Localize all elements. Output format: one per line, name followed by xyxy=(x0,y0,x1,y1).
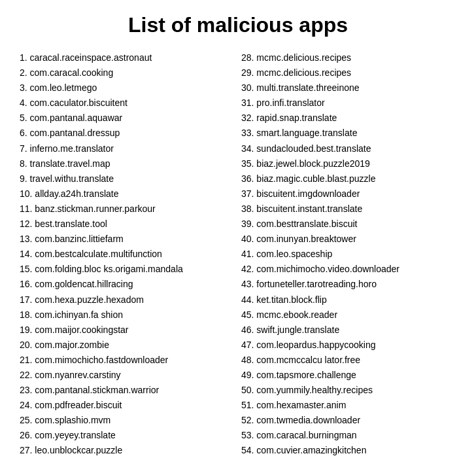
list-item: 5. com.pantanal.aquawar xyxy=(20,111,235,126)
list-item: 16. com.goldencat.hillracing xyxy=(20,277,235,292)
list-item: 28. mcmc.delicious.recipes xyxy=(241,50,456,65)
list-item: 44. ket.titan.block.flip xyxy=(241,292,456,308)
list-item: 19. com.maijor.cookingstar xyxy=(20,323,235,338)
list-item: 43. fortuneteller.tarotreading.horo xyxy=(241,277,456,292)
list-item: 53. com.caracal.burningman xyxy=(241,428,456,443)
list-item: 46. swift.jungle.translate xyxy=(241,323,456,338)
list-item: 50. com.yummily.healthy.recipes xyxy=(241,383,456,398)
list-item: 37. biscuitent.imgdownloader xyxy=(241,186,456,202)
list-item: 20. com.major.zombie xyxy=(20,338,235,353)
list-item: 25. com.splashio.mvm xyxy=(20,413,235,428)
app-list-container: 1. caracal.raceinspace.astronaut2. com.c… xyxy=(20,50,456,458)
list-item: 49. com.tapsmore.challenge xyxy=(241,368,456,383)
list-item: 40. com.inunyan.breaktower xyxy=(241,232,456,247)
left-column: 1. caracal.raceinspace.astronaut2. com.c… xyxy=(20,50,235,458)
list-item: 48. com.mcmccalcu lator.free xyxy=(241,353,456,368)
list-item: 17. com.hexa.puzzle.hexadom xyxy=(20,292,235,308)
list-item: 33. smart.language.translate xyxy=(241,126,456,141)
list-item: 15. com.folding.bloc ks.origami.mandala xyxy=(20,262,235,277)
list-item: 18. com.ichinyan.fa shion xyxy=(20,308,235,323)
list-item: 22. com.nyanrev.carstiny xyxy=(20,368,235,383)
list-item: 21. com.mimochicho.fastdownloader xyxy=(20,353,235,368)
list-item: 2. com.caracal.cooking xyxy=(20,65,235,80)
list-item: 9. travel.withu.translate xyxy=(20,171,235,186)
list-item: 54. com.cuvier.amazingkitchen xyxy=(241,443,456,458)
list-item: 10. allday.a24h.translate xyxy=(20,186,235,202)
list-item: 38. biscuitent.instant.translate xyxy=(241,202,456,217)
list-item: 14. com.bestcalculate.multifunction xyxy=(20,247,235,262)
list-item: 42. com.michimocho.video.downloader xyxy=(241,262,456,277)
list-item: 13. com.banzinc.littiefarm xyxy=(20,232,235,247)
list-item: 32. rapid.snap.translate xyxy=(241,111,456,126)
list-item: 31. pro.infi.translator xyxy=(241,96,456,111)
list-item: 1. caracal.raceinspace.astronaut xyxy=(20,50,235,65)
list-item: 7. inferno.me.translator xyxy=(20,141,235,156)
list-item: 3. com.leo.letmego xyxy=(20,80,235,96)
list-item: 47. com.leopardus.happycooking xyxy=(241,338,456,353)
list-item: 11. banz.stickman.runner.parkour xyxy=(20,202,235,217)
list-item: 30. multi.translate.threeinone xyxy=(241,80,456,96)
list-item: 51. com.hexamaster.anim xyxy=(241,398,456,413)
list-item: 39. com.besttranslate.biscuit xyxy=(241,217,456,232)
list-item: 24. com.pdfreader.biscuit xyxy=(20,398,235,413)
list-item: 36. biaz.magic.cuble.blast.puzzle xyxy=(241,171,456,186)
right-column: 28. mcmc.delicious.recipes29. mcmc.delic… xyxy=(241,50,456,458)
list-item: 4. com.caculator.biscuitent xyxy=(20,96,235,111)
list-item: 8. translate.travel.map xyxy=(20,156,235,171)
list-item: 52. com.twmedia.downloader xyxy=(241,413,456,428)
list-item: 45. mcmc.ebook.reader xyxy=(241,308,456,323)
list-item: 6. com.pantanal.dressup xyxy=(20,126,235,141)
list-item: 27. leo.unblockcar.puzzle xyxy=(20,443,235,458)
list-item: 41. com.leo.spaceship xyxy=(241,247,456,262)
list-item: 29. mcmc.delicious.recipes xyxy=(241,65,456,80)
list-item: 26. com.yeyey.translate xyxy=(20,428,235,443)
list-item: 34. sundaclouded.best.translate xyxy=(241,141,456,156)
page-title: List of malicious apps xyxy=(20,13,456,37)
list-item: 23. com.pantanal.stickman.warrior xyxy=(20,383,235,398)
list-item: 12. best.translate.tool xyxy=(20,217,235,232)
list-item: 35. biaz.jewel.block.puzzle2019 xyxy=(241,156,456,171)
